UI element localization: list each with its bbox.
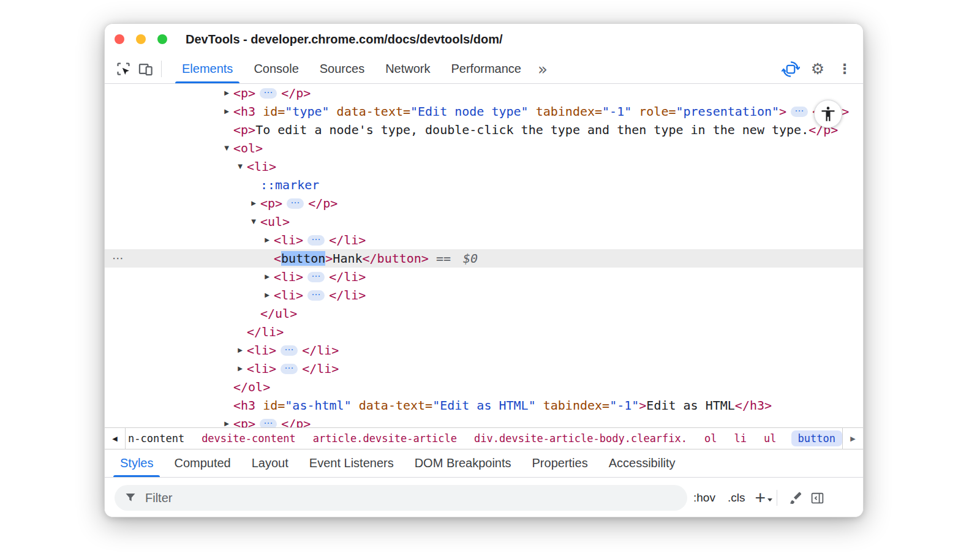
- breadcrumb-item-ol[interactable]: ol: [704, 432, 717, 445]
- attribute-value: "Edit node type": [410, 104, 529, 119]
- inspect-element-icon[interactable]: [112, 54, 134, 83]
- attribute-name: role=: [631, 104, 676, 119]
- collapse-arrow-icon[interactable]: ▼: [235, 157, 246, 176]
- expand-arrow-icon[interactable]: ▶: [221, 415, 232, 427]
- dom-tree-row[interactable]: ▶<li>⋯</li>: [105, 286, 863, 304]
- dom-token-tag: <ol>: [233, 141, 263, 156]
- inline-expand-button[interactable]: ⋯: [281, 364, 298, 374]
- expand-arrow-icon[interactable]: ▶: [248, 194, 259, 212]
- dom-tree-row[interactable]: ▶<li>⋯</li>: [105, 268, 863, 286]
- expand-arrow-icon[interactable]: ▶: [221, 84, 232, 102]
- tab-network[interactable]: Network: [375, 54, 440, 83]
- dom-tree-row[interactable]: ▶<li>⋯</li>: [105, 359, 863, 378]
- dom-token-tag: <h3: [233, 104, 255, 119]
- row-overflow-icon[interactable]: ⋯: [112, 249, 124, 266]
- expand-arrow-icon[interactable]: ▶: [262, 231, 273, 249]
- dom-token-tag: </ol>: [233, 380, 270, 394]
- toggle-sidebar-icon[interactable]: [807, 487, 829, 509]
- styles-filter-bar: :hov .cls +: [105, 478, 863, 517]
- filter-funnel-icon: [124, 492, 137, 504]
- dom-tree-row[interactable]: <h3 id="as-html" data-text="Edit as HTML…: [105, 396, 863, 415]
- dom-tree-row[interactable]: ▶<h3 id="type" data-text="Edit node type…: [105, 102, 863, 121]
- settings-gear-icon[interactable]: ⚙: [807, 60, 829, 78]
- dom-token-marker: ::marker: [260, 178, 319, 192]
- dom-tree-row[interactable]: ▼<ul>: [105, 212, 863, 231]
- window-controls: [115, 34, 167, 44]
- rendering-brush-icon[interactable]: [785, 487, 807, 509]
- dom-tree-row[interactable]: ▼<li>: [105, 157, 863, 176]
- breadcrumb-item-ul[interactable]: ul: [764, 432, 776, 445]
- dom-token-tag: </li>: [329, 288, 366, 302]
- sidebar-tab-properties[interactable]: Properties: [522, 449, 598, 477]
- dom-tree-row[interactable]: ▶<li>⋯</li>: [105, 341, 863, 359]
- expand-arrow-icon[interactable]: ▶: [235, 341, 246, 359]
- breadcrumb-item-li[interactable]: li: [734, 432, 747, 445]
- dom-tree-row[interactable]: ▶<p>⋯</p>: [105, 415, 863, 427]
- sidebar-tab-accessibility[interactable]: Accessibility: [598, 449, 686, 477]
- device-toolbar-icon[interactable]: [134, 54, 156, 83]
- dom-tree-row[interactable]: </ul>: [105, 304, 863, 323]
- dom-token-tag: <ul>: [260, 214, 290, 229]
- collapse-arrow-icon[interactable]: ▼: [221, 139, 232, 157]
- close-button[interactable]: [115, 34, 124, 44]
- zoom-button[interactable]: [157, 34, 167, 44]
- new-style-rule-button[interactable]: +: [751, 489, 769, 507]
- dom-tree-row[interactable]: ▶<li>⋯</li>: [105, 231, 863, 249]
- dom-token-d0: $0: [463, 251, 478, 266]
- dom-token-tag: <: [274, 251, 281, 266]
- breadcrumb-scroll-right-icon[interactable]: ▶: [842, 428, 863, 449]
- expand-arrow-icon[interactable]: ▶: [262, 286, 273, 304]
- dom-tree-row-selected[interactable]: ⋯<button>Hank</button> == $0: [105, 249, 863, 268]
- tab-elements[interactable]: Elements: [172, 54, 243, 83]
- inline-expand-button[interactable]: ⋯: [260, 419, 277, 427]
- toggle-class-button[interactable]: .cls: [722, 491, 752, 505]
- toggle-hover-state-button[interactable]: :hov: [687, 491, 722, 505]
- kebab-menu-icon[interactable]: ⋮: [834, 61, 856, 77]
- breadcrumb-item-div-devsite-article-body-clearfix-[interactable]: div.devsite-article-body.clearfix.: [474, 432, 687, 445]
- breadcrumb-item-article-devsite-article[interactable]: article.devsite-article: [313, 432, 457, 445]
- dom-tree-row[interactable]: </li>: [105, 323, 863, 341]
- inline-expand-button[interactable]: ⋯: [307, 235, 325, 246]
- expand-arrow-icon[interactable]: ▶: [262, 268, 273, 286]
- tab-sources[interactable]: Sources: [309, 54, 375, 83]
- minimize-button[interactable]: [136, 34, 146, 44]
- sidebar-tab-dom-breakpoints[interactable]: DOM Breakpoints: [404, 449, 522, 477]
- breadcrumb-scroll-left-icon[interactable]: ◀: [105, 428, 126, 449]
- sidebar-tab-layout[interactable]: Layout: [241, 449, 299, 477]
- sidebar-tab-computed[interactable]: Computed: [164, 449, 241, 477]
- rotate-arrows-icon[interactable]: [780, 60, 802, 78]
- dom-tree-row[interactable]: ▶<p>⋯</p>: [105, 194, 863, 212]
- attribute-name: tabindex=: [536, 398, 609, 413]
- dom-tree-row[interactable]: ::marker: [105, 176, 863, 194]
- tab-performance[interactable]: Performance: [441, 54, 532, 83]
- tab-console[interactable]: Console: [243, 54, 309, 83]
- expand-arrow-icon[interactable]: ▶: [235, 359, 246, 378]
- attribute-value: "presentation": [676, 104, 780, 119]
- dom-tree-row[interactable]: ▼<ol>: [105, 139, 863, 157]
- expand-arrow-icon[interactable]: ▶: [221, 102, 232, 121]
- inline-expand-button[interactable]: ⋯: [260, 88, 277, 99]
- filter-field[interactable]: [115, 485, 687, 511]
- sidebar-tab-styles[interactable]: Styles: [110, 449, 164, 477]
- dom-token-tag: </li>: [329, 233, 366, 247]
- inline-expand-button[interactable]: ⋯: [287, 198, 304, 209]
- breadcrumb-item-n-content[interactable]: n-content: [128, 432, 184, 445]
- filter-input[interactable]: [144, 490, 682, 506]
- breadcrumb-item-button[interactable]: button: [791, 430, 842, 446]
- more-tabs-button[interactable]: »: [532, 54, 554, 83]
- dom-token-sel: button: [281, 251, 325, 266]
- inline-expand-button[interactable]: ⋯: [791, 107, 808, 117]
- breadcrumb-item-devsite-content[interactable]: devsite-content: [202, 432, 296, 445]
- sidebar-tab-event-listeners[interactable]: Event Listeners: [299, 449, 404, 477]
- inline-expand-button[interactable]: ⋯: [307, 272, 325, 282]
- collapse-arrow-icon[interactable]: ▼: [248, 212, 259, 231]
- attribute-value: "Edit as HTML": [432, 398, 536, 413]
- inline-expand-button[interactable]: ⋯: [281, 345, 298, 356]
- dom-token-tag: </ul>: [260, 306, 297, 321]
- dom-tree-row[interactable]: </ol>: [105, 378, 863, 396]
- dom-token-tag: </li>: [302, 343, 339, 358]
- dom-tree-row[interactable]: ▶<p>⋯</p>: [105, 84, 863, 102]
- inline-expand-button[interactable]: ⋯: [307, 290, 325, 301]
- attribute-name: data-text=: [330, 104, 410, 119]
- dom-tree-row[interactable]: <p>To edit a node's type, double-click t…: [105, 121, 863, 139]
